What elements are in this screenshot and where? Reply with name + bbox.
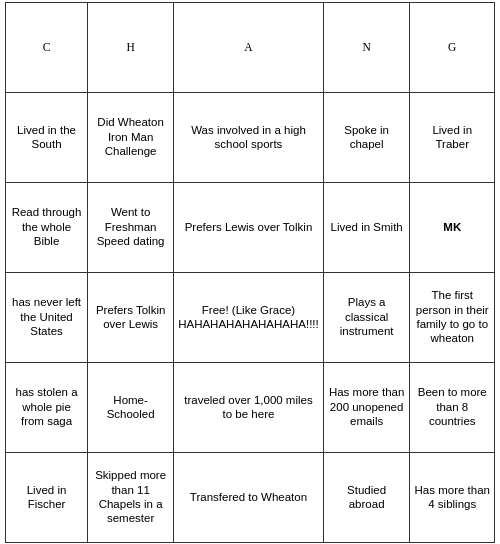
bingo-row-2: has never left the United StatesPrefers … xyxy=(6,272,495,362)
bingo-cell-3-0[interactable]: has stolen a whole pie from saga xyxy=(6,362,88,452)
bingo-cell-0-4[interactable]: Lived in Traber xyxy=(410,92,495,182)
bingo-cell-2-2[interactable]: Free! (Like Grace) HAHAHAHAHAHAHAHA!!!! xyxy=(174,272,324,362)
header-cell-C: C xyxy=(6,2,88,92)
bingo-cell-4-2[interactable]: Transfered to Wheaton xyxy=(174,452,324,542)
bingo-cell-3-3[interactable]: Has more than 200 unopened emails xyxy=(323,362,410,452)
bingo-cell-3-2[interactable]: traveled over 1,000 miles to be here xyxy=(174,362,324,452)
header-row: CHANG xyxy=(6,2,495,92)
bingo-cell-3-1[interactable]: Home-Schooled xyxy=(88,362,174,452)
bingo-cell-1-1[interactable]: Went to Freshman Speed dating xyxy=(88,182,174,272)
header-cell-N: N xyxy=(323,2,410,92)
bingo-row-0: Lived in the SouthDid Wheaton Iron Man C… xyxy=(6,92,495,182)
bingo-cell-2-1[interactable]: Prefers Tolkin over Lewis xyxy=(88,272,174,362)
header-cell-A: A xyxy=(174,2,324,92)
bingo-row-4: Lived in FischerSkipped more than 11 Cha… xyxy=(6,452,495,542)
bingo-cell-4-1[interactable]: Skipped more than 11 Chapels in a semest… xyxy=(88,452,174,542)
bingo-cell-4-0[interactable]: Lived in Fischer xyxy=(6,452,88,542)
bingo-cell-4-4[interactable]: Has more than 4 siblings xyxy=(410,452,495,542)
bingo-cell-1-3[interactable]: Lived in Smith xyxy=(323,182,410,272)
bingo-cell-1-4[interactable]: MK xyxy=(410,182,495,272)
bingo-cell-2-3[interactable]: Plays a classical instrument xyxy=(323,272,410,362)
bingo-cell-1-2[interactable]: Prefers Lewis over Tolkin xyxy=(174,182,324,272)
bingo-row-3: has stolen a whole pie from sagaHome-Sch… xyxy=(6,362,495,452)
bingo-cell-0-2[interactable]: Was involved in a high school sports xyxy=(174,92,324,182)
bingo-card: CHANG Lived in the SouthDid Wheaton Iron… xyxy=(5,2,495,543)
bingo-cell-0-0[interactable]: Lived in the South xyxy=(6,92,88,182)
bingo-cell-0-3[interactable]: Spoke in chapel xyxy=(323,92,410,182)
bingo-cell-1-0[interactable]: Read through the whole Bible xyxy=(6,182,88,272)
bingo-cell-3-4[interactable]: Been to more than 8 countries xyxy=(410,362,495,452)
header-cell-G: G xyxy=(410,2,495,92)
bingo-row-1: Read through the whole BibleWent to Fres… xyxy=(6,182,495,272)
bingo-cell-0-1[interactable]: Did Wheaton Iron Man Challenge xyxy=(88,92,174,182)
bingo-cell-2-0[interactable]: has never left the United States xyxy=(6,272,88,362)
header-cell-H: H xyxy=(88,2,174,92)
bingo-cell-4-3[interactable]: Studied abroad xyxy=(323,452,410,542)
bingo-cell-2-4[interactable]: The first person in their family to go t… xyxy=(410,272,495,362)
